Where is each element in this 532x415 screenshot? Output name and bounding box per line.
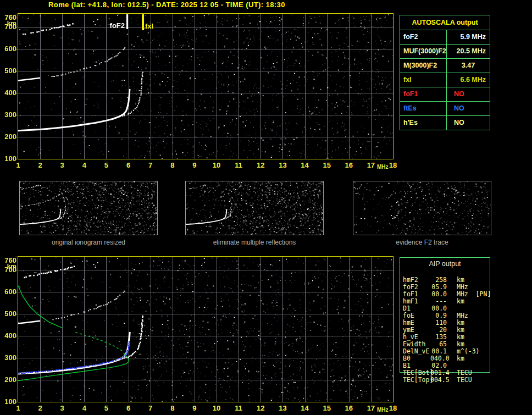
ionogram-bottom-plot	[18, 256, 394, 402]
x-tick-label: 12	[252, 404, 269, 412]
autoscala-row-value: 3.47	[447, 59, 490, 73]
y-tick-mark	[15, 159, 17, 159]
aip-row-unit: km	[457, 334, 464, 340]
y-tick-label: 200	[0, 377, 16, 383]
autoscala-output-table: AUTOSCALA output foF25.9 MHzMUF(3000)F22…	[400, 15, 490, 130]
x-tick-label: 10	[208, 161, 225, 169]
aip-row-unit: m^(-3)	[457, 348, 480, 355]
aip-row-label: TEC[Bot]	[403, 369, 430, 376]
aip-row-unit: km	[457, 341, 464, 347]
x-tick-label: 7	[142, 161, 159, 169]
aip-row: B102.0	[403, 362, 496, 369]
aip-row-value: 258	[430, 276, 447, 283]
x-tick-label: 5	[98, 404, 114, 412]
y-tick-label: 600	[0, 46, 16, 52]
caption-eliminate-reflections: eliminate multiple reflections	[185, 239, 324, 246]
aip-row-unit: MHz [PN]	[457, 291, 491, 297]
aip-row: B0040.0km	[403, 355, 496, 362]
aip-row: Ewidth65km	[403, 341, 496, 347]
autoscala-row-label: fxI	[400, 73, 447, 87]
autoscala-row-value: 20.5 MHz	[447, 45, 490, 59]
aip-row: hmF2258km	[403, 276, 496, 283]
aip-row-label: B1	[403, 362, 430, 369]
aip-row-value: 00.0	[430, 291, 447, 297]
aip-row: h_vE135km	[403, 334, 496, 340]
y-tick-label: 300	[0, 112, 16, 118]
aip-row-value: 00.1	[430, 348, 447, 355]
aip-row-value: ---	[430, 298, 447, 305]
aip-row: ymE20km	[403, 327, 496, 333]
x-tick-label: 9	[186, 161, 203, 169]
autoscala-row-value: NO	[447, 102, 490, 116]
aip-row: foF100.0MHz [PN]	[403, 291, 496, 297]
autoscala-row-value: NO	[447, 116, 490, 130]
x-axis-unit-label: MHz	[377, 407, 389, 413]
aip-row-unit: km	[457, 355, 464, 362]
aip-row-label: h_vE	[403, 334, 430, 340]
thumbnail-original-canvas	[20, 181, 157, 235]
aip-row-label: DelN_vE	[403, 348, 430, 355]
x-tick-label: 14	[297, 161, 313, 169]
y-tick-label: 400	[0, 90, 16, 96]
aip-table-header: AIP output	[400, 260, 490, 268]
x-tick-label: 2	[32, 161, 48, 169]
aip-row-value: 00.0	[430, 305, 447, 312]
y-tick-mark	[15, 380, 17, 380]
aip-row-unit: TECU	[457, 369, 472, 376]
x-tick-label: 15	[319, 161, 335, 169]
y-tick-mark	[15, 336, 17, 336]
aip-row-label: foF2	[403, 284, 430, 290]
aip-row-label: D1	[403, 305, 430, 312]
aip-row-unit: km	[457, 319, 464, 326]
autoscala-app-window: Rome (lat: +41.8, lon: 012.5) - DATE: 20…	[0, 0, 532, 415]
aip-row-unit: TECU	[457, 377, 472, 383]
x-tick-label: 7	[142, 404, 159, 412]
x-tick-label: 9	[186, 404, 203, 412]
ionogram-bottom-canvas	[18, 257, 393, 402]
aip-row-value: 0.9	[430, 312, 447, 319]
aip-row-label: hmF2	[403, 276, 430, 283]
marker-label-foF2: foF2	[92, 21, 125, 30]
x-tick-label: 16	[341, 161, 357, 169]
y-axis-unit-label: km	[0, 263, 16, 270]
x-tick-label: 3	[54, 161, 70, 169]
autoscala-row-label: foF1	[400, 87, 447, 102]
y-tick-mark	[15, 402, 17, 402]
ionogram-top-plot	[18, 13, 394, 159]
y-axis-unit-label: km	[0, 20, 16, 27]
aip-row: TEC[Bot]001.4TECU	[403, 369, 496, 376]
x-axis-unit-label: MHz	[377, 164, 389, 170]
aip-row-label: hmE	[403, 319, 430, 326]
x-tick-label: 13	[274, 161, 291, 169]
aip-row: TEC[Top]004.5TECU	[403, 377, 496, 383]
y-tick-mark	[15, 137, 17, 137]
aip-row-label: ymE	[403, 327, 430, 333]
aip-row-unit: km	[457, 298, 464, 305]
y-tick-label: 300	[0, 355, 16, 361]
aip-row-unit: MHz	[457, 284, 468, 290]
thumbnail-eliminate-canvas	[186, 181, 323, 235]
aip-row-label: B0	[403, 355, 430, 362]
y-tick-mark	[15, 358, 17, 358]
thumbnail-original-ionogram	[19, 181, 158, 235]
aip-row: foE0.9MHz	[403, 312, 496, 319]
y-tick-mark	[15, 292, 17, 292]
autoscala-row-label: ftEs	[400, 102, 447, 116]
aip-row: hmE110km	[403, 319, 496, 326]
y-tick-label: 200	[0, 134, 16, 140]
x-tick-label: 15	[319, 404, 335, 412]
aip-row: hmF1---km	[403, 298, 496, 305]
x-tick-label: 3	[54, 404, 70, 412]
caption-original-ionogram: original ionogram resized	[19, 239, 158, 246]
y-tick-mark	[15, 71, 17, 71]
aip-row-unit: km	[457, 327, 464, 333]
marker-line-fxI	[142, 14, 144, 30]
autoscala-table-header: AUTOSCALA output	[400, 15, 490, 30]
aip-row-value: 65	[430, 341, 447, 347]
x-tick-label: 4	[76, 404, 92, 412]
aip-row-label: TEC[Top]	[403, 377, 430, 383]
aip-row-value: 001.4	[430, 369, 447, 376]
y-tick-mark	[15, 314, 17, 314]
page-title: Rome (lat: +41.8, lon: 012.5) - DATE: 20…	[48, 1, 285, 9]
autoscala-row-value: NO	[447, 87, 490, 102]
